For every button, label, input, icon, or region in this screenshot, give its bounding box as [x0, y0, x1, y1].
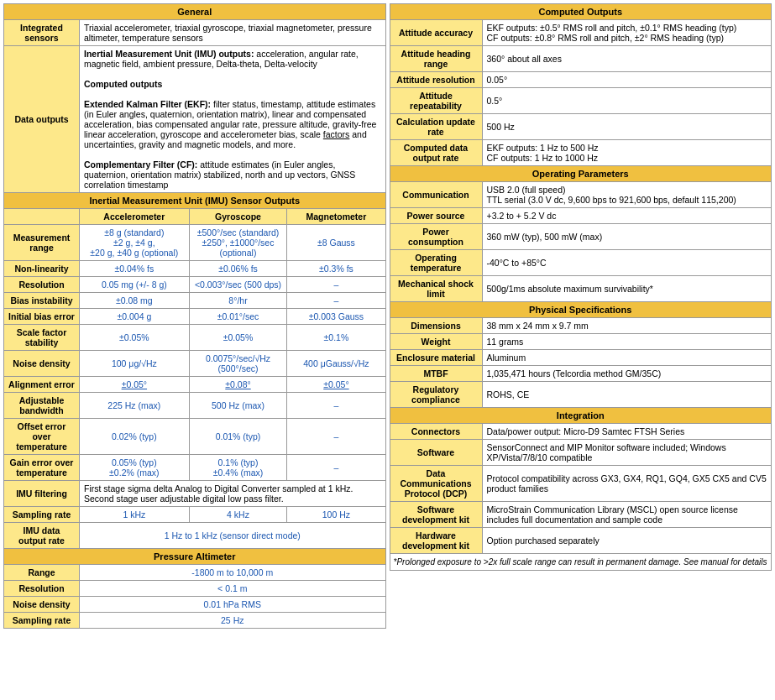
computed-header: Computed Outputs	[390, 4, 772, 20]
operating-temp-value: -40°C to +85°C	[482, 250, 772, 276]
sampling-value: 25 Hz	[80, 613, 386, 629]
attitude-resolution-label: Attitude resolution	[390, 72, 482, 88]
enclosure-label: Enclosure material	[390, 350, 482, 366]
noise-value: 0.01 hPa RMS	[80, 597, 386, 613]
mech-shock-label: Mechanical shock limit	[390, 276, 482, 302]
left-table: General Integrated sensors Triaxial acce…	[3, 3, 386, 629]
mtbf-value: 1,035,471 hours (Telcordia method GM/35C…	[482, 366, 772, 382]
offset-temp-gyro: 0.01% (typ)	[189, 419, 287, 455]
initial-bias-mag: ±0.003 Gauss	[287, 309, 385, 325]
offset-temp-accel: 0.02% (typ)	[80, 419, 190, 455]
attitude-heading-label: Attitude heading range	[390, 46, 482, 72]
sdk-value: MicroStrain Communication Library (MSCL)…	[482, 502, 772, 528]
nonlinearity-label: Non-linearity	[4, 261, 80, 277]
data-outputs-label: Data outputs	[4, 46, 80, 193]
meas-range-gyro: ±500°/sec (standard) ±250°, ±1000°/sec (…	[189, 225, 287, 261]
noise-density-accel: 100 μg/√Hz	[80, 351, 190, 377]
resolution-label: Resolution	[4, 277, 80, 293]
weight-label: Weight	[390, 334, 482, 350]
dcp-value: Protocol compatibility across GX3, GX4, …	[482, 466, 772, 502]
mech-shock-value: 500g/1ms absolute maximum survivability*	[482, 276, 772, 302]
right-table: Computed Outputs Attitude accuracy EKF o…	[390, 3, 772, 571]
offset-temp-mag: –	[287, 419, 385, 455]
gain-temp-label: Gain error over temperature	[4, 455, 80, 481]
enclosure-value: Aluminum	[482, 350, 772, 366]
attitude-repeatability-label: Attitude repeatability	[390, 88, 482, 114]
bias-instability-gyro: 8°/hr	[189, 293, 287, 309]
resolution-accel: 0.05 mg (+/- 8 g)	[80, 277, 190, 293]
dcp-label: Data Communications Protocol (DCP)	[390, 466, 482, 502]
comp-data-rate-label: Computed data output rate	[390, 140, 482, 166]
gain-temp-accel: 0.05% (typ) ±0.2% (max)	[80, 455, 190, 481]
operating-temp-label: Operating temperature	[390, 250, 482, 276]
sampling-rate-mag: 100 Hz	[287, 507, 385, 523]
bias-instability-label: Bias instability	[4, 293, 80, 309]
noise-label: Noise density	[4, 597, 80, 613]
meas-range-accel: ±8 g (standard) ±2 g, ±4 g, ±20 g, ±40 g…	[80, 225, 190, 261]
attitude-accuracy-value: EKF outputs: ±0.5° RMS roll and pitch, ±…	[482, 20, 772, 46]
imu-data-rate-label: IMU data output rate	[4, 523, 80, 549]
col-accel: Accelerometer	[80, 209, 190, 225]
weight-value: 11 grams	[482, 334, 772, 350]
bias-instability-accel: ±0.08 mg	[80, 293, 190, 309]
attitude-resolution-value: 0.05°	[482, 72, 772, 88]
adj-bandwidth-accel: 225 Hz (max)	[80, 393, 190, 419]
noise-density-label: Noise density	[4, 351, 80, 377]
alignment-error-gyro: ±0.08°	[189, 377, 287, 393]
adj-bandwidth-label: Adjustable bandwidth	[4, 393, 80, 419]
dimensions-label: Dimensions	[390, 318, 482, 334]
software-label: Software	[390, 440, 482, 466]
sampling-label: Sampling rate	[4, 613, 80, 629]
bias-instability-mag: –	[287, 293, 385, 309]
sampling-rate-gyro: 4 kHz	[189, 507, 287, 523]
data-outputs-value: Inertial Measurement Unit (IMU) outputs:…	[80, 46, 386, 193]
scale-factor-mag: ±0.1%	[287, 325, 385, 351]
footnote: *Prolonged exposure to >2x full scale ra…	[390, 554, 772, 571]
integration-header: Integration	[390, 408, 772, 424]
attitude-heading-value: 360° about all axes	[482, 46, 772, 72]
page-wrapper: General Integrated sensors Triaxial acce…	[0, 0, 775, 632]
calc-update-value: 500 Hz	[482, 114, 772, 140]
imu-filtering-value: First stage sigma delta Analog to Digita…	[80, 481, 386, 507]
comp-data-rate-value: EKF outputs: 1 Hz to 500 Hz CF outputs: …	[482, 140, 772, 166]
res-label: Resolution	[4, 581, 80, 597]
general-header: General	[4, 4, 386, 20]
integrated-sensors-label: Integrated sensors	[4, 20, 80, 46]
imu-data-rate-value: 1 Hz to 1 kHz (sensor direct mode)	[80, 523, 386, 549]
scale-factor-accel: ±0.05%	[80, 325, 190, 351]
communication-value: USB 2.0 (full speed) TTL serial (3.0 V d…	[482, 182, 772, 208]
alignment-error-accel: ±0.05°	[80, 377, 190, 393]
adj-bandwidth-gyro: 500 Hz (max)	[189, 393, 287, 419]
power-consumption-label: Power consumption	[390, 224, 482, 250]
meas-range-mag: ±8 Gauss	[287, 225, 385, 261]
nonlinearity-gyro: ±0.06% fs	[189, 261, 287, 277]
integrated-sensors-value: Triaxial accelerometer, triaxial gyrosco…	[80, 20, 386, 46]
sampling-rate-accel: 1 kHz	[80, 507, 190, 523]
power-consumption-value: 360 mW (typ), 500 mW (max)	[482, 224, 772, 250]
res-value: < 0.1 m	[80, 581, 386, 597]
gain-temp-gyro: 0.1% (typ) ±0.4% (max)	[189, 455, 287, 481]
alignment-error-label: Alignment error	[4, 377, 80, 393]
pressure-header: Pressure Altimeter	[4, 549, 386, 565]
dimensions-value: 38 mm x 24 mm x 9.7 mm	[482, 318, 772, 334]
col-mag: Magnetometer	[287, 209, 385, 225]
power-source-label: Power source	[390, 208, 482, 224]
resolution-mag: –	[287, 277, 385, 293]
sdk-label: Software development kit	[390, 502, 482, 528]
regulatory-label: Regulatory compliance	[390, 382, 482, 408]
calc-update-label: Calculation update rate	[390, 114, 482, 140]
operating-header: Operating Parameters	[390, 166, 772, 182]
hardware-sdk-label: Hardware development kit	[390, 528, 482, 554]
scale-factor-gyro: ±0.05%	[189, 325, 287, 351]
connectors-value: Data/power output: Micro-D9 Samtec FTSH …	[482, 424, 772, 440]
range-value: -1800 m to 10,000 m	[80, 565, 386, 581]
meas-range-label: Measurement range	[4, 225, 80, 261]
physical-header: Physical Specifications	[390, 302, 772, 318]
range-label: Range	[4, 565, 80, 581]
adj-bandwidth-mag: –	[287, 393, 385, 419]
software-value: SensorConnect and MIP Monitor software i…	[482, 440, 772, 466]
alignment-error-mag: ±0.05°	[287, 377, 385, 393]
communication-label: Communication	[390, 182, 482, 208]
offset-temp-label: Offset error over temperature	[4, 419, 80, 455]
initial-bias-gyro: ±0.01°/sec	[189, 309, 287, 325]
